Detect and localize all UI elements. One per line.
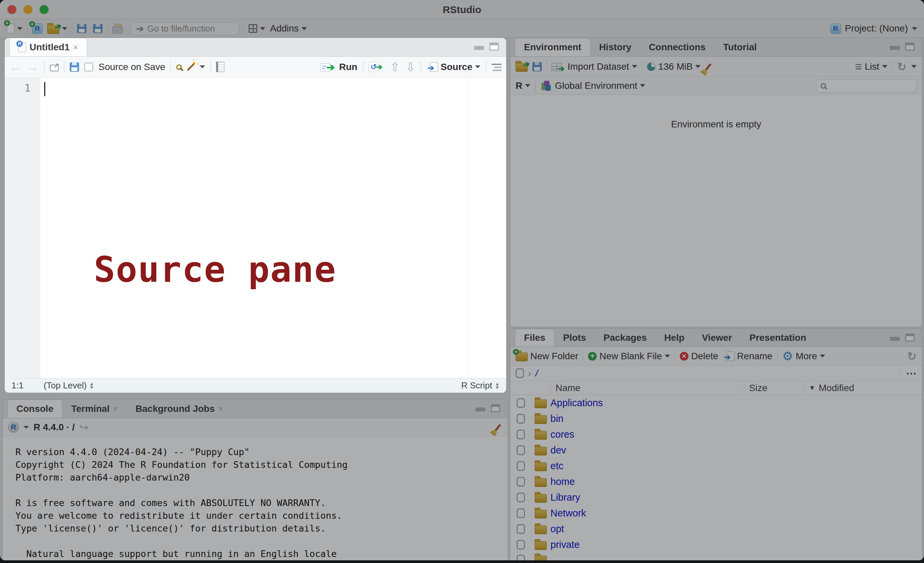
rename-button[interactable]: Rename [723,351,772,362]
row-checkbox[interactable] [517,492,525,502]
save-button[interactable] [77,24,86,33]
table-row[interactable]: home [510,474,922,489]
console-output[interactable]: R version 4.4.0 (2024-04-24) -- "Puppy C… [3,436,508,560]
show-directory-icon[interactable] [80,422,88,432]
global-environment-selector[interactable]: Global Environment [540,80,645,91]
environment-tab[interactable]: Tutorial [714,38,765,56]
source-tab[interactable]: Untitled1 [9,38,87,56]
files-tab[interactable]: Files [515,329,555,347]
column-header-modified[interactable]: Modified [804,381,922,395]
console-tab[interactable]: Background Jobs [127,399,232,418]
file-link[interactable]: home [550,476,575,487]
maximize-pane-icon[interactable] [491,404,500,412]
file-link[interactable]: Network [550,508,586,519]
file-link[interactable]: private [550,539,580,550]
minimize-pane-icon[interactable] [890,46,900,50]
row-checkbox[interactable] [517,477,525,486]
rerun-button[interactable] [369,62,385,72]
table-row[interactable]: Network [510,505,922,521]
refresh-icon[interactable] [907,351,917,362]
environment-search-input[interactable] [830,81,907,90]
more-button[interactable]: More [782,350,825,362]
console-tab[interactable]: Console [8,399,62,418]
files-tab[interactable]: Help [656,329,693,347]
path-more-button[interactable] [900,366,916,381]
clear-console-icon[interactable] [495,423,501,431]
save-all-button[interactable] [93,24,102,33]
run-next-chunk-icon[interactable]: ⇩ [405,61,416,73]
new-file-button[interactable] [7,24,22,33]
row-checkbox[interactable] [517,540,525,549]
open-file-button[interactable] [47,24,68,34]
files-tab[interactable]: Packages [595,329,655,347]
save-workspace-icon[interactable] [532,62,542,71]
minimize-pane-icon[interactable] [474,46,484,50]
run-button[interactable]: Run [320,62,357,72]
find-replace-icon[interactable] [176,65,182,70]
delete-button[interactable]: Delete [680,351,718,362]
file-link[interactable]: cores [550,429,574,440]
source-on-save-checkbox[interactable] [84,63,93,71]
path-root-link[interactable]: / [536,368,538,379]
row-checkbox[interactable] [517,508,525,518]
column-header-size[interactable]: Size [744,381,804,395]
document-outline-icon[interactable] [492,64,501,72]
environment-tab[interactable]: History [590,38,640,56]
row-checkbox[interactable] [517,445,525,455]
chevron-down-icon[interactable] [475,65,480,68]
new-project-button[interactable] [32,24,42,34]
select-all-checkbox[interactable] [516,368,524,378]
language-selector[interactable]: R [516,80,530,91]
maximize-pane-icon[interactable] [905,333,915,341]
table-row[interactable]: Applications [510,395,922,411]
memory-usage-button[interactable]: 136 MiB [647,62,701,72]
forward-icon[interactable]: → [27,61,39,73]
files-tab[interactable]: Presentation [741,329,815,347]
table-row[interactable]: Library [510,489,922,505]
code-editor[interactable]: 1 Source pane [5,77,506,378]
load-workspace-icon[interactable] [516,63,528,72]
project-menu-button[interactable]: Project: (None) [831,23,917,34]
table-row[interactable]: bin [510,411,922,426]
goto-file-function-input[interactable] [147,24,228,34]
environment-tab[interactable]: Environment [515,38,590,56]
print-button[interactable] [112,24,123,33]
chevron-down-icon[interactable] [200,65,205,68]
table-row[interactable]: cores [510,426,922,442]
file-link[interactable]: dev [550,445,566,456]
refresh-icon[interactable] [897,61,907,72]
run-previous-chunk-icon[interactable]: ⇧ [390,61,400,73]
close-icon[interactable] [218,404,223,414]
editor-body[interactable]: Source pane [40,77,506,378]
addins-button[interactable]: Addins [270,23,307,34]
file-link[interactable]: Applications [550,398,603,408]
row-checkbox[interactable] [517,524,525,534]
maximize-pane-icon[interactable] [905,42,915,51]
panes-layout-button[interactable] [249,24,266,33]
chevron-down-icon[interactable] [24,426,29,429]
save-icon[interactable] [70,62,79,72]
minimize-pane-icon[interactable] [476,407,486,411]
clear-environment-icon[interactable] [705,63,712,71]
table-row[interactable]: opt [510,521,922,537]
environment-tab[interactable]: Connections [640,38,715,56]
new-blank-file-button[interactable]: New Blank File [588,351,670,362]
files-tab[interactable]: Plots [555,329,595,347]
table-row[interactable]: private [510,537,922,552]
row-checkbox[interactable] [517,461,525,471]
scope-selector[interactable]: (Top Level) [44,380,94,391]
source-button[interactable]: Source [426,62,480,72]
minimize-pane-icon[interactable] [890,337,900,341]
row-checkbox[interactable] [517,414,525,423]
file-type-selector[interactable]: R Script [461,380,500,391]
environment-search-box[interactable] [816,79,916,93]
table-row[interactable]: dev [510,442,922,458]
code-tools-icon[interactable] [187,63,195,71]
close-icon[interactable] [73,42,78,53]
goto-file-function-box[interactable]: ➔ [131,22,239,35]
file-link[interactable]: etc [550,461,564,471]
new-folder-button[interactable]: New Folder [516,351,578,362]
file-link[interactable]: bin [550,413,564,424]
files-tab[interactable]: Viewer [693,329,741,347]
list-view-button[interactable]: List [855,61,888,73]
